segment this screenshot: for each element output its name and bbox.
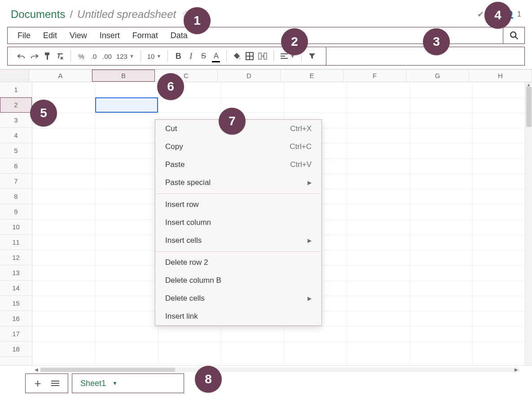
formula-bar[interactable] [326, 47, 522, 65]
format-paint-button[interactable] [42, 50, 53, 62]
selected-cell-B2[interactable] [95, 97, 158, 113]
all-sheets-button[interactable] [49, 377, 62, 389]
column-headers: A B C D E F G H [0, 70, 532, 82]
breadcrumb-root[interactable]: Documents [11, 8, 65, 21]
redo-icon [30, 53, 39, 59]
search-button[interactable] [503, 27, 524, 44]
col-header-G[interactable]: G [406, 70, 469, 82]
row-header-16[interactable]: 16 [0, 311, 32, 326]
scroll-left-icon[interactable]: ◀ [32, 367, 40, 372]
font-size-button[interactable]: 10▼ [145, 50, 163, 62]
bold-button[interactable]: B [172, 50, 184, 62]
context-copy[interactable]: CopyCtrl+C [155, 138, 321, 156]
horizontal-scroll-thumb[interactable] [40, 368, 175, 372]
row-header-1[interactable]: 1 [0, 82, 32, 97]
row-header-3[interactable]: 3 [0, 113, 32, 128]
chevron-down-icon[interactable]: ▼ [112, 380, 118, 386]
row-header-18[interactable]: 18 [0, 342, 32, 357]
context-delete-row[interactable]: Delete row 2 [155, 254, 321, 272]
filter-icon [308, 53, 316, 60]
col-header-F[interactable]: F [343, 70, 406, 82]
borders-button[interactable] [244, 50, 255, 62]
undo-button[interactable] [15, 50, 27, 62]
row-header-17[interactable]: 17 [0, 326, 32, 342]
chevron-down-icon: ▼ [156, 53, 161, 59]
context-paste[interactable]: PasteCtrl+V [155, 156, 321, 174]
chevron-right-icon: ▶ [308, 180, 312, 186]
menu-view[interactable]: View [63, 29, 93, 43]
col-header-D[interactable]: D [218, 70, 281, 82]
sheet-tabs-bar: + Sheet1 ▼ [0, 373, 532, 393]
document-title[interactable]: Untitled spreadsheet [77, 8, 176, 21]
row-header-6[interactable]: 6 [0, 158, 32, 174]
annotation-bubble-1: 1 [184, 7, 211, 34]
filter-button[interactable] [306, 50, 318, 62]
annotation-bubble-4: 4 [484, 2, 511, 29]
add-sheet-button[interactable]: + [32, 377, 44, 389]
row-header-11[interactable]: 11 [0, 235, 32, 250]
context-insert-cells[interactable]: Insert cells▶ [155, 232, 321, 250]
sheet-tab-active[interactable]: Sheet1 ▼ [72, 373, 184, 393]
context-menu: CutCtrl+X CopyCtrl+C PasteCtrl+V Paste s… [155, 119, 322, 326]
svg-rect-2 [45, 53, 49, 55]
annotation-bubble-8: 8 [195, 366, 222, 393]
vertical-scrollbar[interactable]: ▲ [525, 82, 532, 365]
row-header-13[interactable]: 13 [0, 265, 32, 281]
menu-edit[interactable]: Edit [37, 29, 63, 43]
row-header-14[interactable]: 14 [0, 281, 32, 296]
horizontal-scrollbar[interactable] [40, 368, 519, 372]
number-format-button[interactable]: 123▼ [114, 50, 136, 62]
merge-icon [258, 53, 267, 60]
redo-button[interactable] [28, 50, 41, 62]
context-insert-row[interactable]: Insert row [155, 196, 321, 214]
breadcrumb: Documents / Untitled spreadsheet ☆ [11, 8, 190, 21]
col-header-E[interactable]: E [281, 70, 343, 82]
italic-button[interactable]: I [185, 50, 197, 62]
chevron-down-icon: ▼ [129, 53, 134, 59]
sheet-tabs-controls: + [25, 373, 68, 393]
select-all-corner[interactable] [0, 70, 29, 82]
annotation-bubble-7: 7 [219, 108, 246, 135]
row-header-10[interactable]: 10 [0, 219, 32, 235]
clear-format-button[interactable] [54, 50, 66, 62]
menu-insert[interactable]: Insert [93, 29, 126, 43]
col-header-B[interactable]: B [92, 70, 155, 82]
font-color-button[interactable]: A [210, 50, 222, 62]
horizontal-scrollbar-area: ◀ ▶ [0, 365, 532, 373]
context-delete-column[interactable]: Delete column B [155, 272, 321, 289]
menu-file[interactable]: File [11, 29, 37, 43]
decrease-decimal-button[interactable]: .0 [88, 50, 100, 62]
row-header-4[interactable]: 4 [0, 128, 32, 143]
increase-decimal-button[interactable]: .00 [101, 50, 114, 62]
menu-format[interactable]: Format [126, 29, 164, 43]
undo-icon [17, 53, 26, 59]
row-header-8[interactable]: 8 [0, 189, 32, 204]
fill-color-button[interactable] [231, 50, 243, 62]
row-header-7[interactable]: 7 [0, 174, 32, 189]
context-menu-separator [155, 251, 321, 252]
search-icon [509, 31, 519, 40]
row-header-9[interactable]: 9 [0, 204, 32, 219]
context-paste-special[interactable]: Paste special▶ [155, 174, 321, 192]
col-header-A[interactable]: A [29, 70, 92, 82]
context-delete-cells[interactable]: Delete cells▶ [155, 289, 321, 307]
col-header-H[interactable]: H [469, 70, 532, 82]
row-header-12[interactable]: 12 [0, 250, 32, 265]
row-header-2[interactable]: 2 [0, 97, 32, 113]
user-count: 1 [517, 10, 521, 18]
context-insert-column[interactable]: Insert column [155, 214, 321, 232]
svg-point-0 [510, 32, 516, 37]
breadcrumb-sep: / [68, 8, 75, 21]
percent-format-button[interactable]: % [75, 50, 87, 62]
row-header-15[interactable]: 15 [0, 296, 32, 311]
scroll-right-icon[interactable]: ▶ [512, 367, 520, 372]
context-insert-link[interactable]: Insert link [155, 307, 321, 325]
row-header-5[interactable]: 5 [0, 143, 32, 158]
svg-rect-3 [47, 55, 48, 60]
strikethrough-button[interactable]: S [198, 50, 209, 62]
merge-cells-button[interactable] [256, 50, 269, 62]
row-headers: 1 2 3 4 5 6 7 8 9 10 11 12 13 14 15 16 1… [0, 82, 32, 365]
svg-line-1 [515, 37, 518, 39]
vertical-scroll-thumb[interactable] [526, 87, 532, 127]
menubar: File Edit View Insert Format Data [8, 27, 198, 44]
